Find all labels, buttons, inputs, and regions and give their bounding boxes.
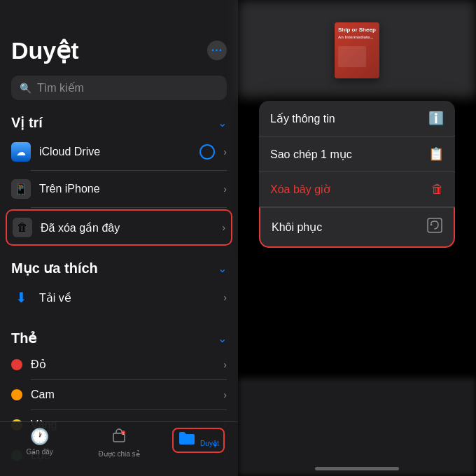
list-item-deleted[interactable]: 🗑 Đã xóa gần đây ›	[6, 209, 232, 246]
tag-cam-label: Cam	[31, 388, 215, 401]
info-icon: ℹ️	[428, 111, 444, 126]
tag-dot-orange	[11, 389, 22, 400]
chevron-right-icon: ›	[223, 359, 227, 370]
icloud-icon: ☁	[11, 142, 31, 162]
more-button[interactable]: ···	[207, 41, 227, 60]
menu-item-khoi-phuc[interactable]: Khôi phục	[259, 207, 455, 248]
chevron-down-icon[interactable]: ⌄	[218, 332, 227, 345]
download-icon: ⬇	[11, 288, 31, 307]
icloud-status-icon	[200, 144, 215, 160]
section-title-vi-tri: Vị trí	[11, 114, 43, 131]
tab-gan-day[interactable]: 🕐 Gần đây	[0, 428, 79, 456]
list-item-iphone[interactable]: 📱 Trên iPhone ›	[0, 171, 238, 207]
context-menu: Lấy thông tin ℹ️ Sao chép 1 mục 📋 Xóa bâ…	[259, 101, 455, 248]
lay-thong-tin-label: Lấy thông tin	[270, 112, 335, 125]
icloud-label: iCloud Drive	[39, 146, 191, 158]
tab-bar: 🕐 Gần đây 1 Được chia sẻ	[0, 421, 238, 476]
chevron-down-icon[interactable]: ⌄	[218, 116, 227, 130]
clock-icon: 🕐	[30, 428, 49, 446]
book-title-text: Ship or Sheep An Intermediate...	[338, 27, 376, 67]
book-thumbnail: Ship or Sheep An Intermediate...	[335, 22, 379, 78]
menu-item-lay-thong-tin[interactable]: Lấy thông tin ℹ️	[259, 101, 455, 136]
download-label: Tải về	[39, 291, 215, 304]
sao-chep-label: Sao chép 1 mục	[270, 148, 352, 161]
more-dots-icon: ···	[211, 44, 223, 57]
chevron-right-icon: ›	[222, 222, 225, 233]
divider	[31, 207, 227, 208]
tab-duyet-active-border: Duyệt	[172, 428, 225, 453]
section-vi-tri: Vị trí ⌄	[0, 108, 238, 134]
section-title-the: Thẻ	[11, 330, 36, 346]
restore-icon	[427, 218, 442, 237]
left-panel: Duyệt ··· 🔍 Tìm kiếm Vị trí ⌄ ☁ iCloud D…	[0, 0, 238, 476]
left-header: Duyệt ···	[0, 0, 238, 70]
right-content: Ship or Sheep An Intermediate... Lấy thô…	[252, 22, 462, 248]
right-panel: Ship or Sheep An Intermediate... Lấy thô…	[238, 0, 476, 476]
khoi-phuc-label: Khôi phục	[272, 220, 322, 234]
section-title-ua-thich: Mục ưa thích	[11, 260, 98, 276]
folder-icon	[178, 432, 200, 449]
list-item-icloud[interactable]: ☁ iCloud Drive ›	[0, 134, 238, 170]
deleted-label: Đã xóa gần đây	[41, 221, 214, 234]
list-item-do[interactable]: Đỏ ›	[0, 349, 238, 379]
xoa-bay-gio-label: Xóa bây giờ	[270, 183, 330, 196]
tag-do-label: Đỏ	[31, 358, 215, 371]
trash-icon: 🗑	[13, 218, 32, 237]
section-muc-ua-thich: Mục ưa thích ⌄	[0, 254, 238, 279]
blur-bottom	[238, 378, 476, 476]
section-the: Thẻ ⌄	[0, 324, 238, 349]
home-indicator	[315, 467, 399, 470]
list-item-download[interactable]: ⬇ Tải về ›	[0, 279, 238, 316]
tab-duyet[interactable]: Duyệt	[159, 428, 238, 453]
search-placeholder: Tìm kiếm	[37, 81, 84, 94]
tab-duoc-chia-se[interactable]: 1 Được chia sẻ	[79, 428, 158, 458]
iphone-icon: 📱	[11, 179, 31, 199]
delete-icon: 🗑	[431, 182, 444, 197]
chevron-right-icon: ›	[223, 183, 227, 195]
search-bar[interactable]: 🔍 Tìm kiếm	[11, 76, 227, 100]
menu-item-xoa-bay-gio[interactable]: Xóa bây giờ 🗑	[259, 172, 455, 207]
search-icon: 🔍	[20, 83, 31, 94]
copy-icon: 📋	[428, 146, 444, 162]
chevron-right-icon: ›	[223, 389, 227, 400]
share-icon: 1	[111, 428, 127, 448]
tab-duoc-chia-se-label: Được chia sẻ	[98, 450, 139, 458]
tab-duyet-label: Duyệt	[200, 440, 219, 447]
iphone-label: Trên iPhone	[39, 183, 215, 195]
list-item-cam[interactable]: Cam ›	[0, 380, 238, 410]
menu-item-sao-chep[interactable]: Sao chép 1 mục 📋	[259, 136, 455, 172]
tab-gan-day-label: Gần đây	[27, 448, 53, 456]
chevron-right-icon: ›	[223, 146, 227, 158]
chevron-down-icon[interactable]: ⌄	[218, 262, 227, 275]
svg-text:1: 1	[122, 431, 125, 435]
tag-dot-red	[11, 359, 22, 370]
page-title: Duyệt	[11, 36, 79, 64]
chevron-right-icon: ›	[223, 292, 227, 303]
